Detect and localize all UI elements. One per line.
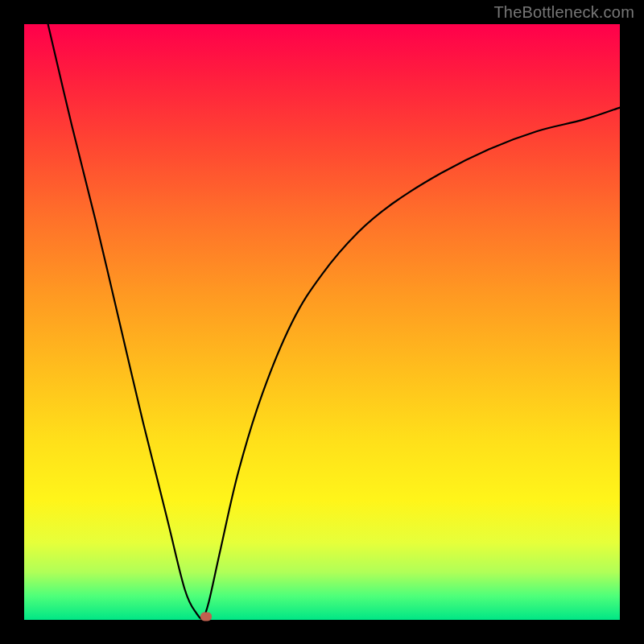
curve-svg	[24, 24, 620, 620]
minimum-marker	[200, 613, 212, 621]
curve-right-branch	[203, 108, 620, 620]
curve-left-branch	[48, 24, 203, 620]
plot-area	[24, 24, 620, 620]
chart-frame: TheBottleneck.com	[0, 0, 644, 644]
watermark-text: TheBottleneck.com	[493, 3, 634, 22]
